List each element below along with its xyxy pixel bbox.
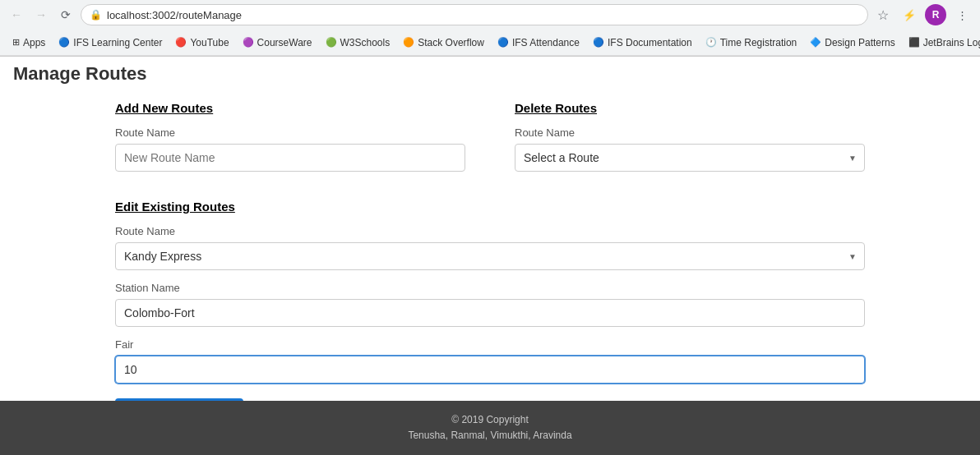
bookmark-apps[interactable]: ⊞ Apps <box>7 34 51 51</box>
ifs-docs-label: IFS Documentation <box>608 37 692 48</box>
bookmark-courseware[interactable]: 🟣 CourseWare <box>237 34 318 51</box>
profile-button[interactable]: R <box>924 3 947 26</box>
station-name-input[interactable] <box>115 299 865 327</box>
ifs-docs-icon: 🔵 <box>593 37 604 48</box>
w3schools-icon: 🟢 <box>326 37 337 48</box>
design-patterns-label: Design Patterns <box>825 37 894 48</box>
bookmark-design-patterns[interactable]: 🔷 Design Patterns <box>804 34 900 51</box>
add-route-name-group: Route Name <box>115 126 465 172</box>
delete-route-name-label: Route Name <box>515 126 865 139</box>
fair-input[interactable] <box>115 356 865 384</box>
ifs-attendance-label: IFS Attendance <box>512 37 580 48</box>
browser-chrome: ← → ⟳ 🔒 localhost:3002/routeManage ☆ ⚡ R… <box>0 0 980 57</box>
add-route-name-label: Route Name <box>115 126 465 139</box>
address-bar[interactable]: 🔒 localhost:3002/routeManage <box>81 4 868 25</box>
fair-group: Fair <box>115 338 865 384</box>
footer-authors: Tenusha, Ranmal, Vimukthi, Aravinda <box>12 428 968 444</box>
footer: © 2019 Copyright Tenusha, Ranmal, Vimukt… <box>0 401 980 455</box>
stackoverflow-label: Stack Overflow <box>418 37 484 48</box>
back-button[interactable]: ← <box>7 5 26 25</box>
bookmark-ifs-learning[interactable]: 🔵 IFS Learning Center <box>53 34 168 51</box>
bookmark-stackoverflow[interactable]: 🟠 Stack Overflow <box>397 34 490 51</box>
jetbrains-icon: ⬛ <box>908 37 920 48</box>
bookmarks-bar: ⊞ Apps 🔵 IFS Learning Center 🔴 YouTube 🟣… <box>0 30 980 56</box>
edit-section-title: Edit Existing Routes <box>115 200 865 214</box>
top-two-col: Add New Routes Route Name Delete Routes … <box>115 101 865 183</box>
edit-routes-section: Edit Existing Routes Route Name Kandy Ex… <box>115 200 865 401</box>
design-patterns-icon: 🔷 <box>810 37 821 48</box>
delete-route-select[interactable]: Select a Route <box>515 144 865 172</box>
edit-route-select[interactable]: Kandy Express <box>115 242 865 270</box>
courseware-icon: 🟣 <box>243 37 254 48</box>
bookmark-ifs-docs[interactable]: 🔵 IFS Documentation <box>587 34 698 51</box>
ifs-learning-icon: 🔵 <box>58 37 70 48</box>
add-route-name-input[interactable] <box>115 144 465 172</box>
youtube-label: YouTube <box>190 37 229 48</box>
browser-toolbar: ← → ⟳ 🔒 localhost:3002/routeManage ☆ ⚡ R… <box>0 0 980 30</box>
apps-label: Apps <box>23 37 45 48</box>
footer-copyright: © 2019 Copyright <box>12 412 968 428</box>
edit-route-name-label: Route Name <box>115 225 865 237</box>
ifs-learning-label: IFS Learning Center <box>73 37 162 48</box>
delete-route-name-group: Route Name Select a Route <box>515 126 865 172</box>
bookmark-ifs-attendance[interactable]: 🔵 IFS Attendance <box>492 34 585 51</box>
add-section-title: Add New Routes <box>115 101 465 115</box>
time-reg-icon: 🕐 <box>705 37 717 48</box>
main-container: Add New Routes Route Name Delete Routes … <box>0 88 980 401</box>
w3schools-label: W3Schools <box>340 37 391 48</box>
chrome-icons: ⚡ R ⋮ <box>898 3 973 26</box>
fair-label: Fair <box>115 338 865 351</box>
station-name-label: Station Name <box>115 282 865 294</box>
add-routes-col: Add New Routes Route Name <box>115 101 465 183</box>
bookmark-jetbrains[interactable]: ⬛ JetBrains Login <box>903 34 980 51</box>
courseware-label: CourseWare <box>257 37 312 48</box>
user-avatar[interactable]: R <box>925 4 946 25</box>
extensions-button[interactable]: ⚡ <box>898 3 921 26</box>
delete-routes-col: Delete Routes Route Name Select a Route <box>515 101 865 183</box>
lock-icon: 🔒 <box>90 9 102 21</box>
time-reg-label: Time Registration <box>720 37 797 48</box>
bookmark-w3schools[interactable]: 🟢 W3Schools <box>320 34 396 51</box>
jetbrains-label: JetBrains Login <box>923 37 980 48</box>
bookmark-youtube[interactable]: 🔴 YouTube <box>169 34 234 51</box>
youtube-icon: 🔴 <box>175 37 187 48</box>
apps-icon: ⊞ <box>12 37 20 48</box>
page-content: Manage Routes Add New Routes Route Name … <box>0 57 980 401</box>
bookmark-time-reg[interactable]: 🕐 Time Registration <box>700 34 803 51</box>
page-header: Manage Routes <box>0 57 980 88</box>
edit-route-select-wrapper: Kandy Express <box>115 242 865 270</box>
menu-button[interactable]: ⋮ <box>950 3 973 26</box>
station-name-group: Station Name <box>115 282 865 327</box>
reload-button[interactable]: ⟳ <box>56 5 76 25</box>
ifs-attendance-icon: 🔵 <box>497 37 509 48</box>
edit-route-name-group: Route Name Kandy Express <box>115 225 865 270</box>
delete-section-title: Delete Routes <box>515 101 865 115</box>
delete-route-select-wrapper: Select a Route <box>515 144 865 172</box>
url-text: localhost:3002/routeManage <box>107 9 242 21</box>
stackoverflow-icon: 🟠 <box>403 37 414 48</box>
page-title: Manage Routes <box>13 63 147 84</box>
forward-button[interactable]: → <box>31 5 51 25</box>
bookmark-star-button[interactable]: ☆ <box>873 5 893 25</box>
